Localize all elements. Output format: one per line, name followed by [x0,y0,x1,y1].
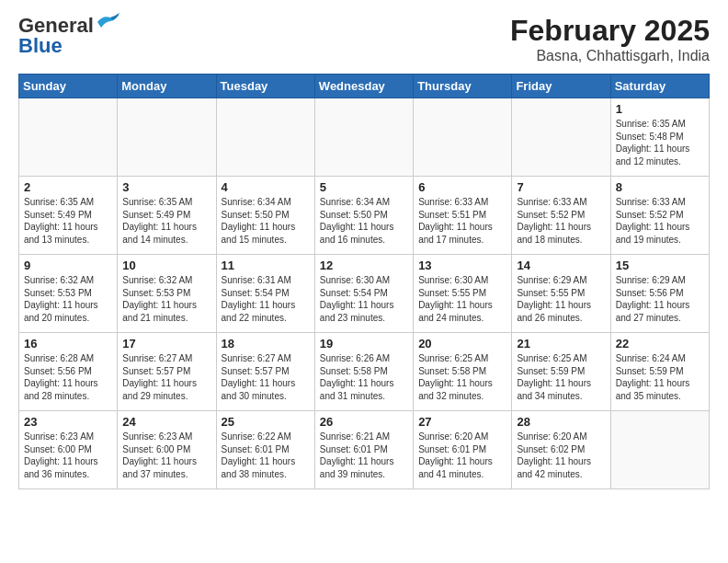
calendar-cell: 20Sunrise: 6:25 AMSunset: 5:58 PMDayligh… [414,333,512,411]
header: General Blue February 2025 Basna, Chhatt… [18,14,710,64]
day-number: 13 [418,259,506,272]
day-info: Sunrise: 6:35 AMSunset: 5:49 PMDaylight:… [24,196,112,246]
calendar-cell: 2Sunrise: 6:35 AMSunset: 5:49 PMDaylight… [19,177,118,255]
header-tuesday: Tuesday [216,75,314,98]
day-info: Sunrise: 6:29 AMSunset: 5:56 PMDaylight:… [616,274,704,324]
calendar-cell: 25Sunrise: 6:22 AMSunset: 6:01 PMDayligh… [216,411,314,489]
day-number: 24 [122,415,210,429]
header-monday: Monday [118,75,216,98]
calendar-cell: 8Sunrise: 6:33 AMSunset: 5:52 PMDaylight… [610,177,709,255]
calendar-cell: 9Sunrise: 6:32 AMSunset: 5:53 PMDaylight… [19,255,118,333]
calendar-cell: 24Sunrise: 6:23 AMSunset: 6:00 PMDayligh… [118,411,216,489]
day-number: 18 [222,337,310,350]
calendar-cell: 10Sunrise: 6:32 AMSunset: 5:53 PMDayligh… [118,255,216,333]
calendar-cell: 22Sunrise: 6:24 AMSunset: 5:59 PMDayligh… [610,333,709,411]
day-number: 22 [616,337,704,350]
logo-bird-icon [96,13,119,31]
page-container: General Blue February 2025 Basna, Chhatt… [0,0,728,499]
day-number: 10 [122,259,210,272]
day-number: 19 [320,337,408,350]
header-friday: Friday [512,75,610,98]
calendar-cell [314,98,413,177]
day-info: Sunrise: 6:22 AMSunset: 6:01 PMDaylight:… [222,431,310,480]
header-sunday: Sunday [19,75,118,98]
day-info: Sunrise: 6:35 AMSunset: 5:49 PMDaylight:… [122,196,210,246]
calendar-cell: 1Sunrise: 6:35 AMSunset: 5:48 PMDaylight… [610,98,709,177]
calendar-cell: 3Sunrise: 6:35 AMSunset: 5:49 PMDaylight… [118,177,216,255]
day-info: Sunrise: 6:29 AMSunset: 5:55 PMDaylight:… [517,274,605,324]
logo-blue: Blue [18,34,63,58]
calendar-cell: 15Sunrise: 6:29 AMSunset: 5:56 PMDayligh… [610,255,709,333]
calendar-cell [414,98,512,177]
day-number: 21 [517,337,605,350]
day-number: 23 [24,415,112,429]
day-number: 11 [222,259,310,272]
calendar-cell: 16Sunrise: 6:28 AMSunset: 5:56 PMDayligh… [19,333,118,411]
calendar-cell: 19Sunrise: 6:26 AMSunset: 5:58 PMDayligh… [314,333,413,411]
month-year: February 2025 [510,14,710,48]
day-info: Sunrise: 6:28 AMSunset: 5:56 PMDaylight:… [24,352,112,402]
day-info: Sunrise: 6:30 AMSunset: 5:55 PMDaylight:… [418,274,506,324]
day-info: Sunrise: 6:24 AMSunset: 5:59 PMDaylight:… [616,352,704,402]
day-info: Sunrise: 6:33 AMSunset: 5:52 PMDaylight:… [616,196,704,246]
day-number: 16 [24,337,112,350]
week-row-4: 23Sunrise: 6:23 AMSunset: 6:00 PMDayligh… [19,411,710,489]
week-row-3: 16Sunrise: 6:28 AMSunset: 5:56 PMDayligh… [19,333,710,411]
calendar-cell: 17Sunrise: 6:27 AMSunset: 5:57 PMDayligh… [118,333,216,411]
calendar-cell: 28Sunrise: 6:20 AMSunset: 6:02 PMDayligh… [512,411,610,489]
day-info: Sunrise: 6:27 AMSunset: 5:57 PMDaylight:… [122,352,210,402]
day-number: 3 [122,180,210,194]
header-saturday: Saturday [610,75,709,98]
calendar-cell: 13Sunrise: 6:30 AMSunset: 5:55 PMDayligh… [414,255,512,333]
calendar-cell: 4Sunrise: 6:34 AMSunset: 5:50 PMDaylight… [216,177,314,255]
day-number: 28 [517,415,605,429]
day-info: Sunrise: 6:32 AMSunset: 5:53 PMDaylight:… [24,274,112,324]
day-info: Sunrise: 6:34 AMSunset: 5:50 PMDaylight:… [320,196,408,246]
header-thursday: Thursday [414,75,512,98]
day-info: Sunrise: 6:31 AMSunset: 5:54 PMDaylight:… [222,274,310,324]
calendar-cell: 21Sunrise: 6:25 AMSunset: 5:59 PMDayligh… [512,333,610,411]
day-number: 8 [616,180,704,194]
week-row-2: 9Sunrise: 6:32 AMSunset: 5:53 PMDaylight… [19,255,710,333]
day-number: 9 [24,259,112,272]
day-number: 12 [320,259,408,272]
day-number: 20 [418,337,506,350]
calendar-cell: 23Sunrise: 6:23 AMSunset: 6:00 PMDayligh… [19,411,118,489]
calendar-cell [216,98,314,177]
day-info: Sunrise: 6:27 AMSunset: 5:57 PMDaylight:… [222,352,310,402]
day-info: Sunrise: 6:25 AMSunset: 5:58 PMDaylight:… [418,352,506,402]
calendar-cell: 18Sunrise: 6:27 AMSunset: 5:57 PMDayligh… [216,333,314,411]
day-info: Sunrise: 6:23 AMSunset: 6:00 PMDaylight:… [122,431,210,480]
day-info: Sunrise: 6:30 AMSunset: 5:54 PMDaylight:… [320,274,408,324]
day-info: Sunrise: 6:34 AMSunset: 5:50 PMDaylight:… [222,196,310,246]
calendar-cell: 14Sunrise: 6:29 AMSunset: 5:55 PMDayligh… [512,255,610,333]
day-info: Sunrise: 6:32 AMSunset: 5:53 PMDaylight:… [122,274,210,324]
title-section: February 2025 Basna, Chhattisgarh, India [510,14,710,64]
week-row-1: 2Sunrise: 6:35 AMSunset: 5:49 PMDaylight… [19,177,710,255]
day-info: Sunrise: 6:20 AMSunset: 6:02 PMDaylight:… [517,431,605,480]
calendar-cell [512,98,610,177]
calendar-cell: 26Sunrise: 6:21 AMSunset: 6:01 PMDayligh… [314,411,413,489]
day-number: 14 [517,259,605,272]
day-info: Sunrise: 6:25 AMSunset: 5:59 PMDaylight:… [517,352,605,402]
calendar-cell: 6Sunrise: 6:33 AMSunset: 5:51 PMDaylight… [414,177,512,255]
day-number: 4 [222,180,310,194]
day-info: Sunrise: 6:26 AMSunset: 5:58 PMDaylight:… [320,352,408,402]
day-number: 25 [222,415,310,429]
calendar-cell: 11Sunrise: 6:31 AMSunset: 5:54 PMDayligh… [216,255,314,333]
calendar-cell [118,98,216,177]
weekday-header-row: Sunday Monday Tuesday Wednesday Thursday… [19,75,710,98]
calendar-cell [19,98,118,177]
day-info: Sunrise: 6:21 AMSunset: 6:01 PMDaylight:… [320,431,408,480]
day-number: 7 [517,180,605,194]
calendar-cell: 27Sunrise: 6:20 AMSunset: 6:01 PMDayligh… [414,411,512,489]
header-wednesday: Wednesday [314,75,413,98]
day-number: 6 [418,180,506,194]
day-info: Sunrise: 6:35 AMSunset: 5:48 PMDaylight:… [616,118,704,167]
day-number: 5 [320,180,408,194]
day-number: 15 [616,259,704,272]
day-number: 1 [616,102,704,116]
calendar-cell: 12Sunrise: 6:30 AMSunset: 5:54 PMDayligh… [314,255,413,333]
logo: General Blue [18,14,119,58]
day-number: 17 [122,337,210,350]
